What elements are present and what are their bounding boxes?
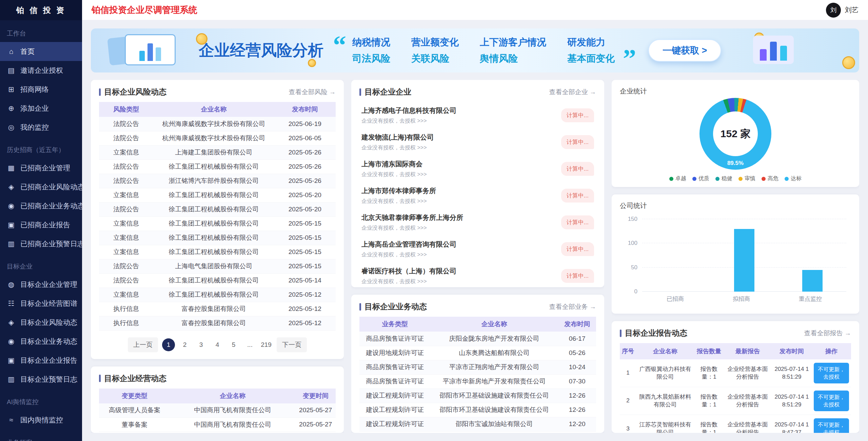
company-stats-title: 企业统计 — [620, 87, 851, 96]
companies-view-all-link[interactable]: 查看全部企业 → — [549, 88, 596, 97]
sidebar-item-target-business[interactable]: ◉ 目标企业业务动态 — [0, 332, 82, 351]
bar-category-label: 拟招商 — [733, 295, 750, 303]
business-table-row[interactable]: 建设工程规划许可证 邵阳市环卫基础设施建设有限责任公司 12-26 — [359, 388, 596, 403]
sidebar-item-my-monitor[interactable]: ◎ 我的监控 — [0, 118, 82, 137]
risk-col-name: 企业名称 — [154, 102, 274, 117]
risk-table-row[interactable]: 法院公告 徐工集团工程机械股份有限公司 2025-05-26 — [99, 160, 336, 174]
company-authorize-link[interactable]: 企业没有授权，去授权 >>> — [361, 278, 561, 285]
risk-view-all-link[interactable]: 查看全部风险 → — [289, 88, 336, 97]
sidebar-item-target-warning-log[interactable]: ▥ 目标企业预警日志 — [0, 370, 82, 389]
sidebar-item-hist-manage[interactable]: ▦ 已招商企业管理 — [0, 159, 82, 177]
company-list-item[interactable]: 上海高岳企业管理咨询有限公司 企业没有授权，去授权 >>> 计算中... — [359, 236, 596, 262]
risk-table-row[interactable]: 法院公告 上海电气集团股份有限公司 2025-05-15 — [99, 259, 336, 273]
risk-table-row[interactable]: 立案信息 徐工集团工程机械股份有限公司 2025-05-15 — [99, 245, 336, 259]
business-view-all-link[interactable]: 查看全部业务 → — [549, 302, 596, 311]
risk-table-row[interactable]: 立案信息 徐工集团工程机械股份有限公司 2025-05-15 — [99, 216, 336, 231]
sidebar-item-domestic-sentiment[interactable]: ≈ 国内舆情监控 — [0, 411, 82, 429]
business-table-row[interactable]: 建设工程规划许可证 邵阳市新鸿置业有限公司 12-16 — [359, 431, 596, 433]
page-number-button[interactable]: 1 — [162, 338, 175, 351]
report-view-all-link[interactable]: 查看全部报告 → — [804, 329, 851, 338]
business-table-row[interactable]: 商品房预售证许可证 庆阳金陇东房地产开发有限公司 06-17 — [359, 332, 596, 346]
page-number-button[interactable]: 4 — [211, 338, 224, 351]
report-icon: ▣ — [7, 356, 16, 364]
sidebar-item-add-company[interactable]: ⊕ 添加企业 — [0, 99, 82, 118]
operation-table-row[interactable]: 董事备案 中国商用飞机有限责任公司 2025-05-27 — [99, 418, 336, 432]
risk-table-row[interactable]: 执行信息 富春控股集团有限公司 2025-05-12 — [99, 316, 336, 330]
sidebar-item-label: 目标企业企业管理 — [20, 280, 77, 289]
risk-table-row[interactable]: 法院公告 徐工集团工程机械股份有限公司 2025-05-14 — [99, 273, 336, 288]
business-table-row[interactable]: 商品房预售证许可证 平凉市正翔房地产开发有限公司 10-24 — [359, 360, 596, 374]
one-click-get-button[interactable]: 一键获取 > — [648, 39, 721, 62]
calculating-badge: 计算中... — [561, 189, 594, 203]
next-page-button[interactable]: 下一页 — [277, 337, 307, 352]
sidebar-item-invite-auth[interactable]: ▤ 邀请企业授权 — [0, 61, 82, 80]
sidebar-item-target-graph[interactable]: ☷ 目标企业经营图谱 — [0, 294, 82, 313]
business-table-row[interactable]: 建设用地规划许可证 山东奥腾达船舶有限公司 05-26 — [359, 346, 596, 360]
donut-legend: 卓越 优质 稳健 — [620, 175, 851, 182]
company-list-item[interactable]: 北京天驰君泰律师事务所上海分所 企业没有授权，去授权 >>> 计算中... — [359, 209, 596, 236]
company-authorize-link[interactable]: 企业没有授权，去授权 >>> — [361, 198, 561, 205]
risk-table-row[interactable]: 法院公告 杭州海康威视数字技术股份有限公司 2025-06-05 — [99, 131, 336, 145]
legend-label: 达标 — [791, 175, 802, 182]
banner-risk-category: 上下游客户情况 舆情风险 — [480, 36, 546, 65]
risk-col-date: 发布时间 — [274, 102, 336, 117]
risk-table-row[interactable]: 立案信息 徐工集团工程机械股份有限公司 2025-05-20 — [99, 188, 336, 202]
company-authorize-link[interactable]: 企业没有授权，去授权 >>> — [361, 171, 561, 178]
operation-table-row[interactable]: 高级管理人员备案 中国商用飞机有限责任公司 2025-05-27 — [99, 403, 336, 418]
biz-publish-date: 12-26 — [558, 388, 596, 403]
authorize-button[interactable]: 不可更新，去授权 — [814, 363, 849, 383]
sidebar-item-hist-report[interactable]: ▣ 已招商企业报告 — [0, 215, 82, 234]
biz-publish-date: 06-17 — [558, 332, 596, 346]
sidebar-item-target-report[interactable]: ▣ 目标企业企业报告 — [0, 351, 82, 370]
sidebar-item-target-risk[interactable]: ◈ 目标企业风险动态 — [0, 313, 82, 332]
business-table-row[interactable]: 建设工程规划许可证 邵阳市环卫基础设施建设有限责任公司 12-26 — [359, 403, 596, 417]
user-menu[interactable]: 刘 刘艺 — [826, 3, 859, 18]
company-list-item[interactable]: 建发物流(上海)有限公司 企业没有授权，去授权 >>> 计算中... — [359, 129, 596, 155]
page-number-button[interactable]: ... — [243, 338, 256, 351]
page-number-button[interactable]: 5 — [227, 338, 240, 351]
company-list-item[interactable]: 上海市浦东国际商会 企业没有授权，去授权 >>> 计算中... — [359, 155, 596, 182]
page-number-button[interactable]: 2 — [178, 338, 191, 351]
report-table-row: 2 陕西九木晨焰新材料有限公司 报告数量：1 企业经营基本面分析报告 2025-… — [620, 387, 851, 415]
prev-page-button[interactable]: 上一页 — [128, 337, 158, 352]
sidebar-item-hist-warning-log[interactable]: ▥ 已招商企业预警日志 — [0, 234, 82, 253]
company-authorize-link[interactable]: 企业没有授权，去授权 >>> — [361, 118, 561, 125]
risk-table-row[interactable]: 执行信息 富春控股集团有限公司 2025-05-12 — [99, 302, 336, 316]
risk-table-row[interactable]: 法院公告 浙江铭博汽车部件股份有限公司 2025-05-26 — [99, 174, 336, 188]
company-list-item[interactable]: 上海齐感电子信息科技有限公司 企业没有授权，去授权 >>> 计算中... — [359, 102, 596, 129]
bars — [642, 219, 846, 292]
risk-publish-date: 2025-05-14 — [274, 273, 336, 288]
company-authorize-link[interactable]: 企业没有授权，去授权 >>> — [361, 251, 561, 258]
business-table-row[interactable]: 建设工程规划许可证 邵阳市宝诚加油站有限公司 12-20 — [359, 417, 596, 431]
sidebar-item-home[interactable]: ⌂ 首页 — [0, 42, 82, 61]
risk-table-row[interactable]: 立案信息 上海建工集团股份有限公司 2025-05-26 — [99, 145, 336, 160]
page-number-button[interactable]: 3 — [195, 338, 208, 351]
risk-table-row[interactable]: 法院公告 徐工集团工程机械股份有限公司 2025-05-20 — [99, 202, 336, 216]
sidebar-item-hist-business[interactable]: ◉ 已招商企业业务动态 — [0, 196, 82, 215]
risk-table-row[interactable]: 法院公告 杭州海康威视数字技术股份有限公司 2025-06-19 — [99, 117, 336, 131]
business-table-row[interactable]: 商品房预售证许可证 平凉市华新房地产开发有限责任公司 07-30 — [359, 374, 596, 388]
company-list: 上海齐感电子信息科技有限公司 企业没有授权，去授权 >>> 计算中... 建发物… — [359, 102, 596, 287]
company-list-item[interactable]: 上海市郑传本律师事务所 企业没有授权，去授权 >>> 计算中... — [359, 182, 596, 209]
sidebar-item-target-manage[interactable]: ◍ 目标企业企业管理 — [0, 275, 82, 294]
sidebar-item-network[interactable]: ⊞ 招商网络 — [0, 80, 82, 99]
biz-company-name: 邵阳市环卫基础设施建设有限责任公司 — [430, 403, 558, 417]
risk-table-row[interactable]: 立案信息 徐工集团工程机械股份有限公司 2025-05-12 — [99, 288, 336, 302]
company-authorize-link[interactable]: 企业没有授权，去授权 >>> — [361, 144, 561, 151]
business-type: 建设工程规划许可证 — [359, 403, 430, 417]
risk-category-line2: 司法风险 — [352, 52, 390, 65]
risk-type: 立案信息 — [99, 216, 154, 231]
legend-label: 审慎 — [745, 175, 755, 182]
accent-bar — [99, 375, 101, 382]
sidebar-item-hist-risk[interactable]: ◈ 已招商企业风险动态 — [0, 177, 82, 196]
risk-table-row[interactable]: 立案信息 徐工集团工程机械股份有限公司 2025-05-15 — [99, 231, 336, 245]
company-authorize-link[interactable]: 企业没有授权，去授权 >>> — [361, 225, 561, 232]
authorize-button[interactable]: 不可更新，去授权 — [814, 391, 849, 411]
page-number-button[interactable]: 219 — [260, 338, 273, 351]
company-list-item[interactable]: 睿诺医疗科技（上海）有限公司 企业没有授权，去授权 >>> 计算中... — [359, 262, 596, 287]
open-quote-icon: “ — [333, 40, 346, 50]
avatar[interactable]: 刘 — [826, 3, 841, 18]
authorize-button[interactable]: 不可更新，去授权 — [814, 418, 849, 433]
report-company-name: 江苏芯灵智能科技有限公司 — [636, 415, 694, 433]
banner-risk-category: 营业额变化 关联风险 — [411, 36, 459, 65]
